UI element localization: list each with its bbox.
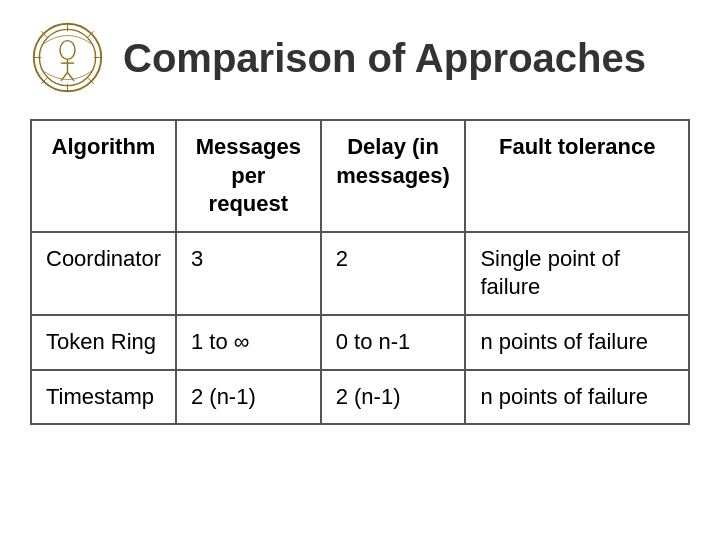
page: Comparison of Approaches Algorithm Messa… xyxy=(0,0,720,540)
header: Comparison of Approaches xyxy=(30,20,690,95)
cell-coordinator-messages: 3 xyxy=(176,232,321,315)
cell-tokenring-delay: 0 to n-1 xyxy=(321,315,466,370)
col-header-delay: Delay (in messages) xyxy=(321,120,466,232)
logo-icon xyxy=(30,20,105,95)
cell-coordinator-algo: Coordinator xyxy=(31,232,176,315)
cell-tokenring-fault: n points of failure xyxy=(465,315,689,370)
cell-timestamp-algo: Timestamp xyxy=(31,370,176,425)
comparison-table: Algorithm Messages per request Delay (in… xyxy=(30,119,690,425)
col-header-fault: Fault tolerance xyxy=(465,120,689,232)
table-row: Timestamp 2 (n-1) 2 (n-1) n points of fa… xyxy=(31,370,689,425)
col-header-algorithm: Algorithm xyxy=(31,120,176,232)
table-header-row: Algorithm Messages per request Delay (in… xyxy=(31,120,689,232)
table-row: Coordinator 3 2 Single point of failure xyxy=(31,232,689,315)
cell-tokenring-algo: Token Ring xyxy=(31,315,176,370)
cell-tokenring-messages: 1 to ∞ xyxy=(176,315,321,370)
cell-timestamp-delay: 2 (n-1) xyxy=(321,370,466,425)
cell-timestamp-fault: n points of failure xyxy=(465,370,689,425)
cell-coordinator-delay: 2 xyxy=(321,232,466,315)
svg-point-1 xyxy=(39,29,95,85)
svg-point-10 xyxy=(60,41,75,60)
page-title: Comparison of Approaches xyxy=(123,36,646,80)
col-header-messages: Messages per request xyxy=(176,120,321,232)
cell-coordinator-fault: Single point of failure xyxy=(465,232,689,315)
cell-timestamp-messages: 2 (n-1) xyxy=(176,370,321,425)
table-row: Token Ring 1 to ∞ 0 to n-1 n points of f… xyxy=(31,315,689,370)
